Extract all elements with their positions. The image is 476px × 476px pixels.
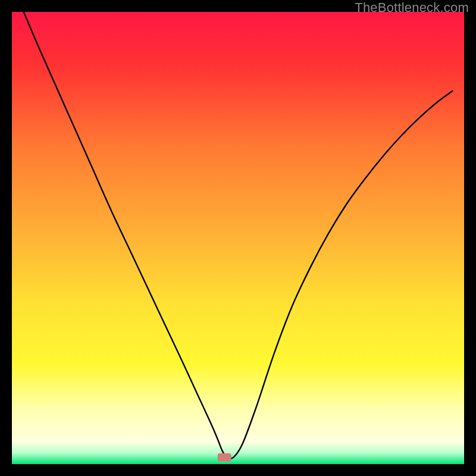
watermark-text: TheBottleneck.com: [355, 0, 469, 15]
bottleneck-chart: [12, 12, 464, 464]
chart-frame: [12, 12, 464, 464]
gradient-background: [12, 12, 464, 464]
optimum-marker: [218, 453, 231, 462]
